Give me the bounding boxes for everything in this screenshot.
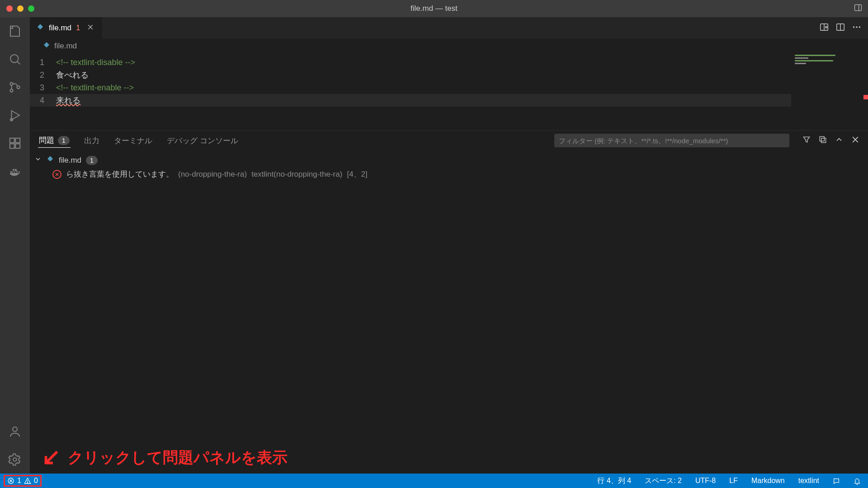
status-indentation[interactable]: スペース: 2 — [642, 476, 684, 486]
collapse-all-icon[interactable] — [818, 135, 827, 146]
code-line[interactable]: 4来れる — [30, 94, 868, 107]
problem-location: [4、2] — [347, 169, 367, 179]
tab-problem-count: 1 — [76, 23, 80, 33]
chevron-up-icon[interactable] — [835, 135, 844, 146]
breadcrumb-filename: file.md — [54, 42, 77, 51]
notifications-bell-icon[interactable] — [851, 477, 863, 485]
problems-list: file.md 1 ら抜き言葉を使用しています。 (no-dropping-th… — [30, 150, 868, 474]
run-debug-icon[interactable] — [7, 108, 23, 123]
tab-file-md[interactable]: file.md 1 — [30, 17, 103, 39]
breadcrumb[interactable]: file.md — [30, 39, 868, 53]
account-icon[interactable] — [7, 424, 23, 439]
panel-tab-label: 問題 — [39, 135, 54, 145]
status-warning-count: 0 — [34, 477, 38, 485]
line-content: <!-- textlint-disable --> — [56, 58, 135, 67]
svg-rect-12 — [15, 144, 20, 148]
markdown-file-icon — [46, 155, 54, 165]
explorer-icon[interactable] — [7, 23, 23, 39]
chevron-down-icon[interactable] — [34, 155, 42, 165]
tab-close-button[interactable] — [85, 23, 96, 33]
status-linter[interactable]: textlint — [796, 477, 822, 485]
problem-item[interactable]: ら抜き言葉を使用しています。 (no-dropping-the-ra) text… — [34, 167, 863, 181]
svg-rect-0 — [855, 5, 862, 10]
overview-ruler[interactable] — [862, 53, 868, 130]
status-bar: 1 0 行 4、列 4 スペース: 2 UTF-8 LF Markdown te… — [0, 474, 868, 488]
problem-file-name: file.md — [59, 156, 81, 165]
markdown-file-icon — [36, 23, 44, 33]
problem-rule: (no-dropping-the-ra) — [178, 170, 247, 179]
problem-file-row[interactable]: file.md 1 — [34, 153, 863, 167]
open-preview-icon[interactable] — [819, 22, 829, 34]
panel-tab-problems[interactable]: 問題 1 — [38, 133, 71, 148]
filter-icon[interactable] — [802, 135, 811, 146]
svg-point-4 — [10, 82, 13, 85]
minimap[interactable] — [791, 53, 868, 130]
error-marker[interactable] — [863, 95, 868, 99]
line-content: <!-- textlint-enable --> — [56, 83, 134, 93]
panel-tab-label: ターミナル — [114, 136, 152, 146]
activity-bar — [0, 17, 30, 474]
status-problems-button[interactable]: 1 0 — [5, 476, 41, 486]
line-number: 3 — [30, 83, 56, 93]
line-number: 2 — [30, 70, 56, 80]
panel-tab-label: デバッグ コンソール — [167, 136, 238, 146]
code-line[interactable]: 3<!-- textlint-enable --> — [30, 81, 868, 94]
svg-marker-7 — [12, 111, 20, 120]
app-window: file.md — test file.md 1 — [0, 0, 868, 488]
bottom-panel: 問題 1 出力 ターミナル デバッグ コンソール — [30, 130, 868, 474]
feedback-icon[interactable] — [830, 477, 843, 485]
window-title: file.md — test — [0, 4, 868, 13]
svg-point-19 — [826, 26, 827, 28]
titlebar: file.md — test — [0, 0, 868, 17]
svg-point-22 — [853, 26, 854, 28]
status-eol[interactable]: LF — [726, 477, 741, 485]
status-language-mode[interactable]: Markdown — [749, 477, 788, 485]
svg-point-24 — [859, 26, 860, 28]
editor-group: file.md 1 file.md 1<!-- te — [30, 17, 868, 474]
svg-line-3 — [17, 61, 20, 64]
svg-point-6 — [17, 86, 19, 89]
line-number: 1 — [30, 58, 56, 67]
panel-tab-label: 出力 — [84, 136, 99, 146]
settings-gear-icon[interactable] — [7, 452, 23, 467]
svg-point-5 — [10, 89, 13, 92]
problem-file-count: 1 — [86, 156, 98, 165]
status-encoding[interactable]: UTF-8 — [693, 477, 718, 485]
panel-tab-terminal[interactable]: ターミナル — [113, 134, 153, 148]
code-editor[interactable]: 1<!-- textlint-disable -->2食べれる3<!-- tex… — [30, 53, 868, 130]
error-circle-icon — [7, 477, 14, 484]
editor-tabs: file.md 1 — [30, 17, 868, 39]
problem-source: textlint(no-dropping-the-ra) — [251, 170, 342, 179]
line-content: 食べれる — [56, 70, 89, 80]
editor-actions — [819, 17, 868, 39]
docker-icon[interactable] — [7, 164, 23, 179]
panel-tab-debug-console[interactable]: デバッグ コンソール — [166, 134, 239, 148]
source-control-icon[interactable] — [7, 80, 23, 95]
svg-point-2 — [10, 55, 19, 63]
line-number: 4 — [30, 96, 56, 105]
code-line[interactable]: 2食べれる — [30, 69, 868, 81]
panel-tab-output[interactable]: 出力 — [83, 134, 100, 148]
problems-filter-input[interactable] — [554, 134, 789, 147]
warning-triangle-icon — [24, 477, 31, 484]
code-line[interactable]: 1<!-- textlint-disable --> — [30, 56, 868, 69]
extensions-icon[interactable] — [7, 136, 23, 151]
main-body: file.md 1 file.md 1<!-- te — [0, 17, 868, 474]
svg-rect-11 — [10, 144, 14, 148]
problems-badge: 1 — [58, 136, 70, 145]
svg-rect-25 — [820, 136, 824, 141]
error-icon — [52, 170, 61, 179]
status-cursor-position[interactable]: 行 4、列 4 — [594, 476, 634, 486]
split-editor-icon[interactable] — [835, 22, 845, 34]
layout-icon[interactable] — [854, 3, 863, 14]
svg-point-13 — [13, 427, 17, 432]
status-error-count: 1 — [17, 477, 21, 485]
close-panel-icon[interactable] — [851, 135, 860, 146]
search-icon[interactable] — [7, 52, 23, 67]
problem-message: ら抜き言葉を使用しています。 — [66, 169, 174, 179]
line-content: 来れる — [56, 95, 80, 106]
more-actions-icon[interactable] — [852, 22, 862, 34]
tab-filename: file.md — [49, 23, 71, 33]
svg-rect-9 — [10, 138, 14, 143]
svg-rect-10 — [15, 138, 20, 143]
